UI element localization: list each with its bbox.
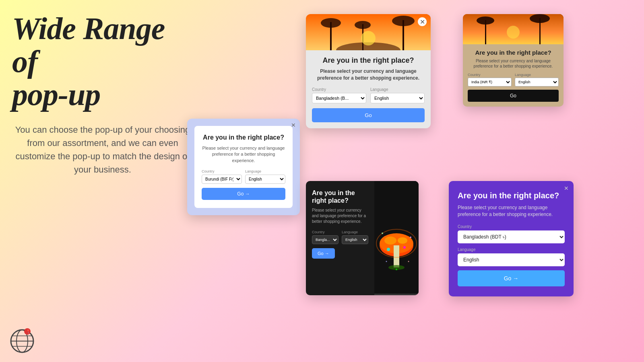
svg-point-12 bbox=[392, 16, 415, 26]
card2-desc: Please select your currency and language… bbox=[312, 68, 425, 82]
card5-country-select[interactable]: Bangladesh (BDT ৳) bbox=[458, 230, 565, 243]
svg-point-26 bbox=[398, 237, 407, 244]
card4-country-group: Country Bangla... bbox=[312, 230, 339, 244]
svg-point-31 bbox=[403, 246, 406, 249]
card3-country-label: Country bbox=[468, 73, 512, 77]
popup-card-4: ✕ Are you in the right place? Please sel… bbox=[306, 181, 419, 295]
svg-point-20 bbox=[530, 14, 550, 23]
card1-language-group: Language English bbox=[245, 169, 285, 184]
card1-desc: Please select your currency and language… bbox=[202, 145, 285, 164]
svg-point-10 bbox=[321, 18, 341, 28]
card1-country-label: Country bbox=[202, 169, 242, 173]
svg-point-21 bbox=[507, 26, 520, 39]
svg-point-36 bbox=[408, 261, 409, 262]
globe-icon: 📍 bbox=[8, 326, 36, 354]
card2-language-select[interactable]: English bbox=[370, 93, 425, 103]
card4-language-select[interactable]: English bbox=[342, 235, 368, 244]
card4-language-label: Language bbox=[342, 230, 368, 234]
card3-desc: Please select your currency and language… bbox=[468, 58, 559, 69]
popup-card-2: ✕ Are you in the right place? Please s bbox=[306, 14, 431, 128]
popup-card-5: ✕ Are you in the right place? Please sel… bbox=[449, 181, 574, 296]
svg-point-32 bbox=[396, 269, 397, 270]
card2-country-group: Country Bangladesh (B... bbox=[312, 87, 366, 103]
card3-form-row: Country India (INR ₹) Language English bbox=[468, 73, 559, 86]
card5-language-label: Language bbox=[458, 247, 565, 252]
card3-country-select[interactable]: India (INR ₹) bbox=[468, 78, 512, 86]
card2-country-select[interactable]: Bangladesh (B... bbox=[312, 93, 366, 103]
card1-country-select[interactable]: Burundi (BIF Fr) bbox=[202, 175, 242, 184]
svg-point-14 bbox=[355, 21, 371, 29]
card4-left: Are you in the right place? Please selec… bbox=[306, 181, 374, 295]
hero-section: Wide Range of pop-up You can choose the … bbox=[12, 12, 193, 176]
svg-point-33 bbox=[382, 232, 383, 234]
card4-country-label: Country bbox=[312, 230, 339, 234]
card2-title: Are you in the right place? bbox=[312, 56, 425, 65]
svg-point-34 bbox=[410, 237, 411, 238]
card3-language-group: Language English bbox=[515, 73, 559, 86]
card1-go-button[interactable]: Go → bbox=[202, 188, 285, 200]
card2-form-row: Country Bangladesh (B... Language Englis… bbox=[312, 87, 425, 103]
svg-text:📍: 📍 bbox=[26, 329, 31, 334]
card1-language-label: Language bbox=[245, 169, 285, 173]
card2-language-label: Language bbox=[370, 87, 425, 92]
card4-desc: Please select your currency and language… bbox=[312, 208, 368, 224]
card5-title: Are you in the right place? bbox=[458, 191, 565, 200]
hero-description: You can choose the pop-up of your choosi… bbox=[12, 123, 193, 176]
card3-go-button[interactable]: Go bbox=[468, 90, 559, 102]
card4-title: Are you in the right place? bbox=[312, 189, 368, 204]
popup-card-1: ✕ Are you in the right place? Please sel… bbox=[187, 119, 300, 215]
card1-title: Are you in the right place? bbox=[202, 134, 285, 141]
card5-country-group: Country Bangladesh (BDT ৳) bbox=[458, 224, 565, 243]
card4-language-group: Language English bbox=[342, 230, 368, 244]
card5-desc: Please select your currency and language… bbox=[458, 204, 565, 218]
card2-go-button[interactable]: Go bbox=[312, 108, 425, 122]
card4-form-row: Country Bangla... Language English bbox=[312, 230, 368, 244]
svg-point-15 bbox=[361, 31, 376, 45]
card4-right-image bbox=[374, 181, 419, 295]
card3-language-label: Language bbox=[515, 73, 559, 77]
svg-point-30 bbox=[387, 248, 390, 251]
card3-body: Are you in the right place? Please selec… bbox=[463, 44, 564, 107]
card4-content: Are you in the right place? Please selec… bbox=[306, 181, 419, 295]
close-button-5[interactable]: ✕ bbox=[564, 185, 569, 191]
card2-image bbox=[306, 14, 431, 50]
popup-card-3: ✕ Are you in the right place? Please sel… bbox=[463, 14, 564, 107]
card5-language-select[interactable]: English bbox=[458, 253, 565, 266]
svg-rect-27 bbox=[394, 245, 399, 267]
close-button-1[interactable]: ✕ bbox=[291, 122, 296, 128]
svg-point-35 bbox=[386, 261, 387, 262]
card3-country-group: Country India (INR ₹) bbox=[468, 73, 512, 86]
card2-country-label: Country bbox=[312, 87, 366, 92]
card3-title: Are you in the right place? bbox=[468, 49, 559, 56]
close-button-2[interactable]: ✕ bbox=[418, 17, 427, 26]
card1-country-group: Country Burundi (BIF Fr) bbox=[202, 169, 242, 184]
card5-go-button[interactable]: Go → bbox=[458, 270, 565, 286]
main-title: Wide Range of pop-up bbox=[12, 12, 193, 111]
card4-country-select[interactable]: Bangla... bbox=[312, 235, 339, 244]
card2-body: Are you in the right place? Please selec… bbox=[306, 50, 431, 128]
card3-image bbox=[463, 14, 564, 44]
card2-language-group: Language English bbox=[370, 87, 425, 103]
card4-go-button[interactable]: Go → bbox=[312, 248, 335, 259]
card1-form-row: Country Burundi (BIF Fr) Language Englis… bbox=[202, 169, 285, 184]
card5-language-group: Language English bbox=[458, 247, 565, 266]
card5-country-label: Country bbox=[458, 224, 565, 229]
card1-inner: Are you in the right place? Please selec… bbox=[194, 126, 293, 208]
svg-point-25 bbox=[384, 237, 396, 245]
svg-point-18 bbox=[477, 16, 494, 25]
card3-language-select[interactable]: English bbox=[515, 78, 559, 86]
card1-language-select[interactable]: English bbox=[245, 175, 285, 184]
